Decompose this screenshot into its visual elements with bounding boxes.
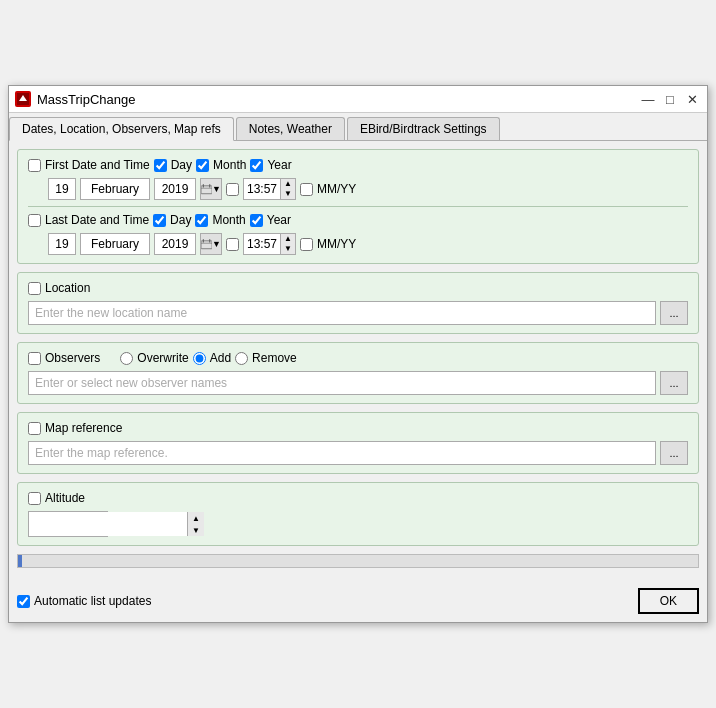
last-date-month-label: Month [212, 213, 245, 227]
first-date-year-input[interactable] [154, 178, 196, 200]
first-date-row2: ▼ ▲ ▼ MM/YY [28, 178, 688, 200]
altitude-input-row: ▲ ▼ [28, 511, 688, 537]
first-date-time-spinner: ▲ ▼ [280, 179, 295, 199]
remove-label: Remove [252, 351, 297, 365]
mapref-header-row: Map reference [28, 421, 688, 435]
first-date-time-checkbox[interactable] [226, 183, 239, 196]
last-date-year-label: Year [267, 213, 291, 227]
last-date-checkbox[interactable] [28, 214, 41, 227]
auto-update-row: Automatic list updates [17, 594, 151, 608]
content-area: First Date and Time Day Month Year [9, 141, 707, 584]
last-date-time-checkbox[interactable] [226, 238, 239, 251]
last-date-label: Last Date and Time [45, 213, 149, 227]
observers-input[interactable] [28, 371, 656, 395]
last-date-mmyy-checkbox[interactable] [300, 238, 313, 251]
window-controls: — □ ✕ [639, 90, 701, 108]
first-date-mmyy-checkbox[interactable] [300, 183, 313, 196]
observers-section: Observers Overwrite Add Remove ... [17, 342, 699, 404]
first-date-time-down[interactable]: ▼ [281, 189, 295, 199]
first-date-year-label: Year [267, 158, 291, 172]
progress-accent [18, 555, 22, 567]
first-date-time-input[interactable] [244, 179, 280, 199]
close-button[interactable]: ✕ [683, 90, 701, 108]
last-date-day-input[interactable] [48, 233, 76, 255]
altitude-input[interactable] [29, 512, 187, 536]
location-section: Location ... [17, 272, 699, 334]
altitude-spinner: ▲ ▼ [28, 511, 108, 537]
last-date-year-checkbox[interactable] [250, 214, 263, 227]
ok-button[interactable]: OK [638, 588, 699, 614]
svg-rect-1 [201, 186, 212, 194]
maximize-button[interactable]: □ [661, 90, 679, 108]
tab-ebird[interactable]: EBird/Birdtrack Settings [347, 117, 500, 140]
svg-rect-5 [201, 241, 212, 249]
last-date-row1: Last Date and Time Day Month Year [28, 213, 688, 227]
altitude-header-row: Altitude [28, 491, 688, 505]
footer: Automatic list updates OK [9, 584, 707, 622]
observers-overwrite-radio[interactable] [120, 352, 133, 365]
altitude-section: Altitude ▲ ▼ [17, 482, 699, 546]
observers-header-row: Observers Overwrite Add Remove [28, 351, 688, 365]
tab-notes-weather[interactable]: Notes, Weather [236, 117, 345, 140]
observers-input-row: ... [28, 371, 688, 395]
first-date-time-up[interactable]: ▲ [281, 179, 295, 189]
last-date-time-up[interactable]: ▲ [281, 234, 295, 244]
minimize-button[interactable]: — [639, 90, 657, 108]
first-date-day-checkbox[interactable] [154, 159, 167, 172]
last-date-time-wrapper: ▲ ▼ [243, 233, 296, 255]
altitude-label: Altitude [45, 491, 85, 505]
first-date-month-label: Month [213, 158, 246, 172]
observers-label: Observers [45, 351, 100, 365]
observers-add-radio[interactable] [193, 352, 206, 365]
mapref-input-row: ... [28, 441, 688, 465]
dates-divider [28, 206, 688, 207]
mapref-input[interactable] [28, 441, 656, 465]
location-label: Location [45, 281, 90, 295]
overwrite-label: Overwrite [137, 351, 188, 365]
first-date-month-input[interactable] [80, 178, 150, 200]
first-date-month-checkbox[interactable] [196, 159, 209, 172]
observers-remove-radio[interactable] [235, 352, 248, 365]
last-date-time-input[interactable] [244, 234, 280, 254]
progress-bar [17, 554, 699, 568]
first-date-time-wrapper: ▲ ▼ [243, 178, 296, 200]
mapref-checkbox[interactable] [28, 422, 41, 435]
location-input[interactable] [28, 301, 656, 325]
tab-bar: Dates, Location, Observers, Map refs Not… [9, 113, 707, 141]
last-date-row2: ▼ ▲ ▼ MM/YY [28, 233, 688, 255]
first-date-year-checkbox[interactable] [250, 159, 263, 172]
last-date-time-down[interactable]: ▼ [281, 244, 295, 254]
observers-browse-button[interactable]: ... [660, 371, 688, 395]
location-header-row: Location [28, 281, 688, 295]
observers-checkbox[interactable] [28, 352, 41, 365]
main-window: MassTripChange — □ ✕ Dates, Location, Ob… [8, 85, 708, 623]
location-input-row: ... [28, 301, 688, 325]
first-date-day-input[interactable] [48, 178, 76, 200]
last-date-day-label: Day [170, 213, 191, 227]
location-checkbox[interactable] [28, 282, 41, 295]
last-date-cal-button[interactable]: ▼ [200, 233, 222, 255]
altitude-down-button[interactable]: ▼ [188, 524, 204, 536]
first-date-row1: First Date and Time Day Month Year [28, 158, 688, 172]
last-date-month-input[interactable] [80, 233, 150, 255]
first-date-label: First Date and Time [45, 158, 150, 172]
last-date-time-spinner: ▲ ▼ [280, 234, 295, 254]
title-bar: MassTripChange — □ ✕ [9, 86, 707, 113]
first-date-checkbox[interactable] [28, 159, 41, 172]
first-date-cal-button[interactable]: ▼ [200, 178, 222, 200]
auto-update-checkbox[interactable] [17, 595, 30, 608]
altitude-up-button[interactable]: ▲ [188, 512, 204, 524]
mapref-label: Map reference [45, 421, 122, 435]
last-date-month-checkbox[interactable] [195, 214, 208, 227]
altitude-spin-buttons: ▲ ▼ [187, 512, 204, 536]
window-title: MassTripChange [37, 92, 639, 107]
app-icon [15, 91, 31, 107]
location-browse-button[interactable]: ... [660, 301, 688, 325]
first-date-day-label: Day [171, 158, 192, 172]
last-date-year-input[interactable] [154, 233, 196, 255]
mapref-browse-button[interactable]: ... [660, 441, 688, 465]
first-date-mmyy-label: MM/YY [317, 182, 356, 196]
tab-dates-location[interactable]: Dates, Location, Observers, Map refs [9, 117, 234, 141]
altitude-checkbox[interactable] [28, 492, 41, 505]
last-date-day-checkbox[interactable] [153, 214, 166, 227]
